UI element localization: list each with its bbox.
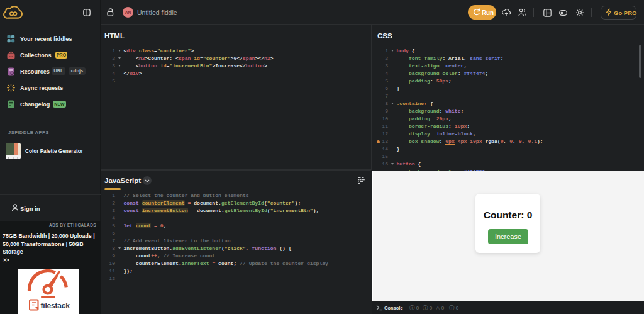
svg-text:filestack: filestack [41,301,70,310]
